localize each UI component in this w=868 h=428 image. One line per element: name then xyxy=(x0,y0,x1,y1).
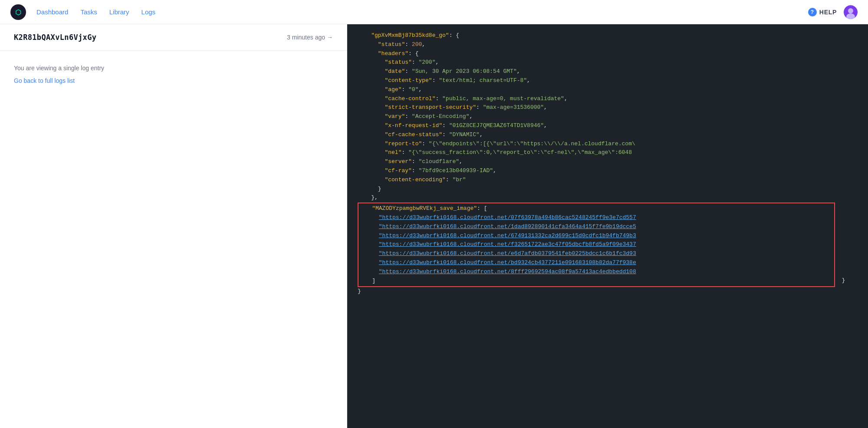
nav-tasks[interactable]: Tasks xyxy=(80,8,97,16)
log-info: You are viewing a single log entry Go ba… xyxy=(0,51,347,91)
left-panel: K2R81bQAXvLn6VjxGy 3 minutes ago → You a… xyxy=(0,24,347,428)
nav-dashboard[interactable]: Dashboard xyxy=(36,8,68,16)
right-panel[interactable]: "gpXvMxmBj87b35kd8e_go": { "status": 200… xyxy=(347,24,868,428)
go-back-link[interactable]: Go back to full logs list xyxy=(14,77,75,84)
navbar: ⬡ Dashboard Tasks Library Logs ? HELP xyxy=(0,0,868,24)
avatar[interactable] xyxy=(844,5,858,19)
log-time-value: 3 minutes ago xyxy=(287,34,325,41)
logo[interactable]: ⬡ xyxy=(10,4,26,20)
nav-right: ? HELP xyxy=(808,5,858,19)
log-header: K2R81bQAXvLn6VjxGy 3 minutes ago → xyxy=(0,24,347,51)
log-viewing-text: You are viewing a single log entry xyxy=(14,65,333,72)
main-layout: K2R81bQAXvLn6VjxGy 3 minutes ago → You a… xyxy=(0,24,868,428)
help-label: HELP xyxy=(819,9,837,16)
svg-point-3 xyxy=(848,8,853,13)
nav-logs[interactable]: Logs xyxy=(141,8,156,16)
log-id: K2R81bQAXvLn6VjxGy xyxy=(14,33,96,42)
log-time-arrow: → xyxy=(327,34,333,41)
log-time[interactable]: 3 minutes ago → xyxy=(287,34,333,41)
nav-links: Dashboard Tasks Library Logs xyxy=(36,8,808,16)
svg-text:⬡: ⬡ xyxy=(15,9,21,16)
nav-library[interactable]: Library xyxy=(109,8,129,16)
help-icon: ? xyxy=(808,8,817,16)
code-content: "gpXvMxmBj87b35kd8e_go": { "status": 200… xyxy=(347,24,868,307)
help-button[interactable]: ? HELP xyxy=(808,8,837,16)
